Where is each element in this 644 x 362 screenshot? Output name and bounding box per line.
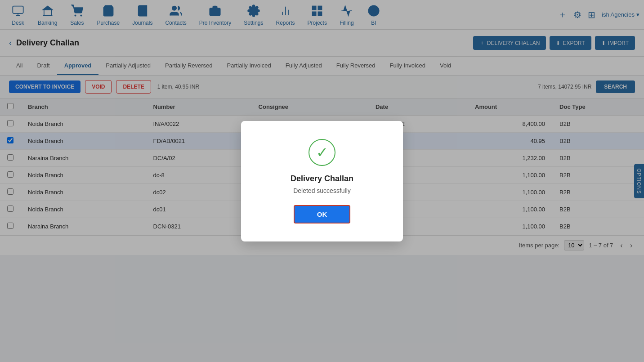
- modal-title: Delivery Challan: [291, 174, 353, 183]
- success-modal: ✓ Delivery Challan Deleted successfully …: [241, 121, 403, 241]
- modal-subtitle: Deleted successfully: [293, 187, 351, 194]
- success-icon-circle: ✓: [309, 139, 335, 166]
- checkmark-icon: ✓: [316, 145, 328, 160]
- modal-ok-button[interactable]: OK: [294, 205, 351, 223]
- modal-overlay: ✓ Delivery Challan Deleted successfully …: [0, 0, 644, 255]
